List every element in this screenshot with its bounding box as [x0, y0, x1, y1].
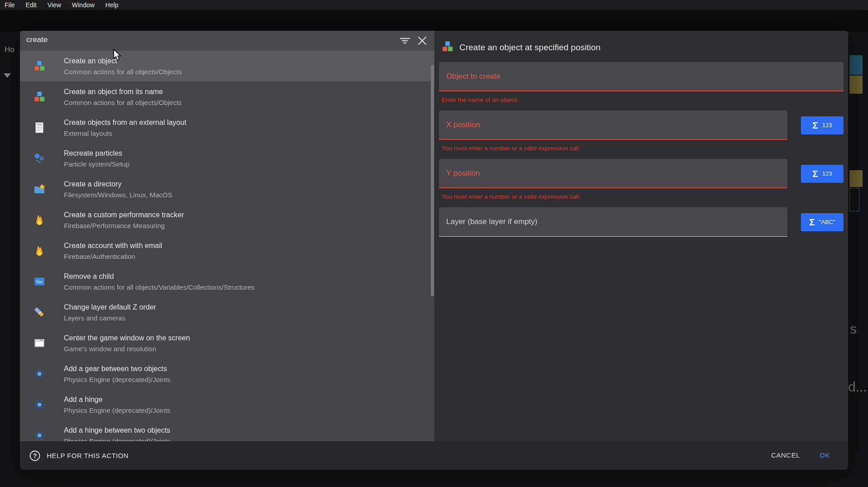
bg-selection-dashed-box — [849, 188, 859, 211]
parameter-input[interactable]: Layer (base layer if empty) — [439, 207, 787, 237]
action-title: Add a gear between two objects — [64, 364, 170, 373]
sigma-icon: Σ — [812, 120, 818, 130]
action-detail-panel: Create an object at specified position O… — [434, 31, 848, 441]
menu-help[interactable]: Help — [106, 1, 119, 9]
list-item-text: Create objects from an external layoutEx… — [64, 118, 186, 138]
action-title: Create an object from its name — [64, 87, 182, 96]
list-item-text: Create a custom performance trackerFireb… — [64, 210, 184, 230]
action-title: Add a hinge — [64, 395, 170, 404]
cancel-button[interactable]: CANCEL — [771, 451, 800, 459]
parameter-input[interactable]: X position — [439, 110, 787, 140]
list-item-text: Add a gear between two objectsPhysics En… — [64, 364, 170, 384]
sigma-icon: Σ — [812, 169, 818, 178]
action-title: Create objects from an external layout — [64, 118, 186, 127]
parameter-input[interactable]: Object to create — [439, 62, 844, 91]
menu-edit[interactable]: Edit — [26, 1, 37, 9]
search-input[interactable]: create — [26, 35, 48, 44]
list-item[interactable]: Change layer default Z orderLayers and c… — [20, 297, 434, 328]
action-title: Recreate particles — [64, 148, 130, 158]
list-item[interactable]: Create account with with emailFirebase/A… — [20, 235, 434, 266]
list-item-text: Change layer default Z orderLayers and c… — [64, 302, 156, 323]
list-item-text: Create account with with emailFirebase/A… — [64, 241, 162, 261]
list-item[interactable]: Recreate particlesParticle system/Setup — [20, 143, 434, 174]
action-path: Layers and cameras — [64, 314, 156, 323]
window-icon — [34, 337, 45, 349]
action-path: Firebase/Performance Measuring — [64, 221, 184, 230]
cubes-icon — [34, 60, 45, 72]
dialog-footer: ? HELP FOR THIS ACTION CANCEL OK — [20, 441, 848, 470]
list-item-text: Remove a childCommon actions for all obj… — [64, 272, 255, 292]
bg-event-block-teal — [849, 55, 863, 75]
list-item-text: Create an object from its nameCommon act… — [64, 87, 182, 107]
expression-builder-button[interactable]: Σ123 — [801, 165, 844, 183]
page-icon — [34, 122, 45, 134]
chevron-down-icon[interactable] — [4, 73, 11, 78]
list-item-text: Create an objectCommon actions for all o… — [64, 56, 182, 76]
list-item[interactable]: Center the game window on the screenGame… — [20, 328, 434, 358]
ok-button[interactable]: OK — [820, 451, 830, 459]
action-title: Change layer default Z order — [64, 302, 156, 312]
bg-clipped-text: s — [850, 321, 857, 337]
list-item[interactable]: Add a hinge between two objectsPhysics E… — [20, 420, 434, 441]
bg-event-block-khaki — [849, 76, 863, 94]
filter-icon[interactable] — [400, 35, 410, 46]
field-error-text: You must enter a number or a valid expre… — [442, 193, 841, 201]
action-title: Create a directory — [64, 179, 172, 189]
bg-event-block-khaki — [849, 170, 863, 187]
folder-star-icon — [34, 183, 45, 195]
instruction-editor-dialog: create — [20, 31, 848, 470]
var-icon: Var — [34, 276, 45, 287]
list-item[interactable]: VarRemove a childCommon actions for all … — [20, 266, 434, 297]
list-item-text: Create a directoryFilesystem/Windows, Li… — [64, 179, 172, 200]
menu-bar: File Edit View Window Help — [0, 0, 868, 10]
parameter-label: Object to create — [446, 72, 501, 81]
list-item-text: Add a hinge between two objectsPhysics E… — [64, 425, 170, 442]
action-path: Filesystem/Windows, Linux, MacOS — [64, 191, 172, 200]
eraser-icon — [34, 306, 45, 318]
close-icon[interactable] — [417, 35, 428, 46]
field-error-text: Enter the name of an object. — [442, 96, 841, 104]
list-item[interactable]: Create a directoryFilesystem/Windows, Li… — [20, 174, 434, 205]
flame-icon — [34, 245, 45, 257]
action-title: Center the game window on the screen — [64, 333, 190, 343]
action-list: Create an objectCommon actions for all o… — [20, 51, 434, 441]
atom-icon — [34, 430, 45, 441]
list-item[interactable]: Create a custom performance trackerFireb… — [20, 205, 434, 235]
expression-builder-button[interactable]: Σ123 — [801, 116, 844, 134]
action-path: External layouts — [64, 129, 186, 138]
action-title: Create an object — [64, 56, 182, 66]
list-item[interactable]: Create objects from an external layoutEx… — [20, 112, 434, 143]
main-toolbar — [0, 10, 868, 32]
menu-window[interactable]: Window — [72, 1, 95, 9]
action-title: Create account with with email — [64, 241, 162, 250]
parameter-input[interactable]: Y position — [439, 159, 787, 188]
list-item[interactable]: Add a hingePhysics Engine (deprecated)/J… — [20, 389, 434, 420]
list-item[interactable]: Create an object from its nameCommon act… — [20, 81, 434, 112]
cubes-icon — [34, 91, 45, 103]
instruction-search-panel: create — [20, 31, 434, 441]
expression-type-label: 123 — [822, 122, 832, 129]
parameter-label: Y position — [446, 169, 480, 178]
action-path: Common actions for all objects/Objects — [64, 67, 182, 76]
help-for-action-button[interactable]: ? HELP FOR THIS ACTION — [29, 441, 129, 470]
action-path: Common actions for all objects/Variables… — [64, 283, 255, 292]
home-tab-clipped[interactable]: Ho — [5, 45, 14, 54]
help-label: HELP FOR THIS ACTION — [47, 452, 129, 459]
bg-clipped-text: d... — [848, 379, 867, 395]
parameter-label: Layer (base layer if empty) — [446, 217, 537, 226]
menu-file[interactable]: File — [5, 1, 15, 9]
list-item-text: Center the game window on the screenGame… — [64, 333, 190, 353]
parameter-label: X position — [446, 120, 480, 129]
expression-builder-button[interactable]: Σ"ABC" — [801, 213, 844, 231]
particles-icon — [34, 153, 45, 164]
detail-header: Create an object at specified position — [442, 41, 601, 54]
list-item[interactable]: Create an objectCommon actions for all o… — [20, 51, 434, 81]
menu-view[interactable]: View — [48, 1, 61, 9]
list-item[interactable]: Add a gear between two objectsPhysics En… — [20, 358, 434, 389]
flame-icon — [34, 214, 45, 226]
list-scrollbar[interactable] — [431, 65, 434, 296]
action-path: Particle system/Setup — [64, 160, 130, 169]
expression-type-label: 123 — [822, 170, 832, 177]
detail-title: Create an object at specified position — [459, 43, 601, 53]
action-title: Create a custom performance tracker — [64, 210, 184, 220]
